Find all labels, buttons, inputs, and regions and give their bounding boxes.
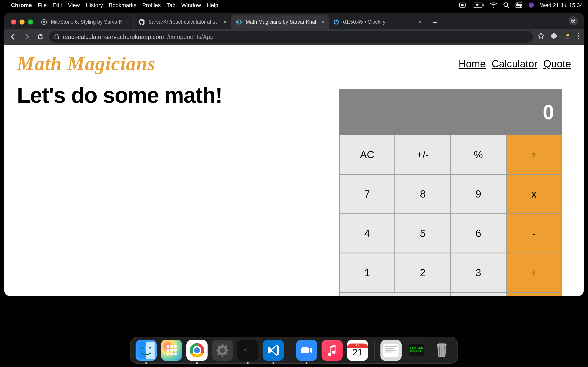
dock-trash-icon[interactable] [431, 340, 452, 361]
calc-button-percent[interactable]: % [450, 135, 506, 174]
dock: >_ JUL 21 $ npm startCompiled. [0, 337, 588, 364]
menu-help[interactable]: Help [207, 2, 218, 8]
calc-button-ac[interactable]: AC [339, 135, 395, 174]
tab-title: Math Magicians by Sarvar Khal [246, 19, 318, 25]
control-center-icon[interactable] [516, 2, 522, 8]
dock-terminal-icon[interactable]: >_ [237, 340, 259, 361]
calculator: 0 AC +/- % ÷ 7 8 9 x 4 5 6 - 1 2 3 + 0 . [339, 89, 562, 296]
calc-button-8[interactable]: 8 [395, 174, 450, 214]
chrome-menu-icon[interactable] [578, 33, 579, 41]
site-header: Math Magicians Home Calculator Quote [4, 45, 584, 75]
calc-button-7[interactable]: 7 [339, 174, 395, 214]
reload-button[interactable] [35, 32, 45, 42]
calc-button-3[interactable]: 3 [450, 253, 506, 292]
calc-button-9[interactable]: 9 [450, 174, 506, 214]
tab-title: SarvarKh/react-calculator at st [148, 19, 220, 25]
calc-button-6[interactable]: 6 [450, 214, 506, 253]
nav-link-quote[interactable]: Quote [543, 58, 571, 69]
browser-tab[interactable]: 01:50:45 • Clockify × [329, 15, 426, 29]
bartender-icon[interactable] [528, 2, 534, 8]
dock-launchpad-icon[interactable] [161, 340, 182, 361]
dock-recent-terminal-icon[interactable]: $ npm startCompiled. [406, 340, 427, 361]
tab-close-icon[interactable]: × [126, 18, 129, 25]
bookmark-star-icon[interactable] [537, 32, 545, 42]
nav-link-calculator[interactable]: Calculator [492, 58, 537, 69]
svg-rect-52 [301, 347, 309, 353]
browser-tab-active[interactable]: Math Magicians by Sarvar Khal × [231, 15, 329, 29]
window-zoom-button[interactable] [28, 19, 33, 25]
svg-rect-9 [516, 6, 522, 8]
calc-button-equals[interactable]: = [506, 292, 562, 296]
svg-rect-54 [385, 345, 397, 347]
profile-avatar-icon[interactable] [569, 16, 578, 25]
dock-finder-icon[interactable] [136, 340, 157, 361]
dock-music-icon[interactable] [321, 340, 343, 361]
browser-tab[interactable]: SarvarKh/react-calculator at st × [134, 15, 231, 29]
menu-file[interactable]: File [38, 2, 47, 8]
dock-chrome-icon[interactable] [186, 340, 208, 361]
tab-close-icon[interactable]: × [321, 18, 324, 25]
battery-icon[interactable] [473, 2, 484, 8]
brand-logo-text[interactable]: Math Magicians [17, 52, 156, 75]
svg-line-6 [508, 6, 509, 8]
github-icon [138, 18, 145, 25]
menubar-app-name[interactable]: Chrome [11, 2, 32, 8]
menu-window[interactable]: Window [182, 2, 201, 8]
svg-point-13 [43, 21, 45, 23]
tab-close-icon[interactable]: × [223, 18, 227, 25]
menu-tab[interactable]: Tab [167, 2, 176, 8]
svg-point-25 [578, 33, 579, 34]
svg-point-5 [504, 2, 508, 6]
tab-strip: MileStone 6: Styling by SarvarK × Sarvar… [4, 13, 584, 29]
svg-rect-56 [385, 350, 396, 350]
svg-rect-22 [55, 36, 59, 39]
new-tab-button[interactable]: + [429, 16, 441, 29]
calc-button-dot[interactable]: . [450, 292, 506, 296]
menu-profiles[interactable]: Profiles [142, 2, 161, 8]
extensions-icon[interactable] [551, 33, 557, 41]
browser-toolbar: react-calculator-sarvar.herokuapp.com/co… [4, 29, 584, 45]
browser-tab[interactable]: MileStone 6: Styling by SarvarK × [36, 15, 134, 29]
screen-record-icon[interactable] [459, 2, 467, 8]
menubar-clock[interactable]: Wed 21 Jul 15:34 [540, 2, 583, 8]
tab-close-icon[interactable]: × [418, 18, 422, 25]
nav-link-home[interactable]: Home [458, 58, 486, 69]
url-path: /components/App [167, 33, 213, 40]
calc-button-plus[interactable]: + [506, 253, 562, 292]
macos-menubar: Chrome File Edit View History Bookmarks … [0, 0, 588, 10]
calc-button-multiply[interactable]: x [506, 174, 562, 214]
wifi-icon[interactable] [490, 2, 497, 8]
address-bar[interactable]: react-calculator-sarvar.herokuapp.com/co… [49, 31, 533, 43]
calc-button-1[interactable]: 1 [339, 253, 395, 292]
dock-vscode-icon[interactable] [263, 340, 284, 361]
menu-view[interactable]: View [68, 2, 80, 8]
menu-history[interactable]: History [86, 2, 103, 8]
calc-button-4[interactable]: 4 [339, 214, 395, 253]
favicon-icon [41, 18, 47, 25]
dock-settings-icon[interactable] [212, 340, 233, 361]
menu-edit[interactable]: Edit [52, 2, 62, 8]
menu-bookmarks[interactable]: Bookmarks [109, 2, 136, 8]
window-minimize-button[interactable] [19, 19, 25, 25]
window-close-button[interactable] [11, 19, 16, 25]
react-icon [236, 18, 242, 25]
calc-button-minus[interactable]: - [506, 214, 562, 253]
calc-button-2[interactable]: 2 [395, 253, 450, 292]
spotlight-icon[interactable] [503, 2, 510, 8]
svg-text:Compiled.: Compiled. [410, 350, 422, 352]
calc-button-sign[interactable]: +/- [395, 135, 450, 174]
calc-button-0[interactable]: 0 [339, 292, 450, 296]
svg-point-11 [529, 2, 534, 8]
calc-button-divide[interactable]: ÷ [506, 135, 562, 174]
svg-line-62 [439, 346, 440, 356]
dock-zoom-icon[interactable] [296, 340, 317, 361]
dock-calendar-icon[interactable]: JUL 21 [347, 340, 368, 361]
dock-recent-doc-icon[interactable] [380, 340, 402, 361]
back-button[interactable] [8, 32, 18, 42]
dock-separator [374, 342, 374, 361]
tab-title: 01:50:45 • Clockify [343, 19, 415, 25]
forward-button[interactable] [22, 32, 31, 42]
calc-button-5[interactable]: 5 [395, 214, 450, 253]
svg-rect-36 [174, 349, 177, 351]
profile-badge-icon[interactable] [563, 32, 572, 42]
